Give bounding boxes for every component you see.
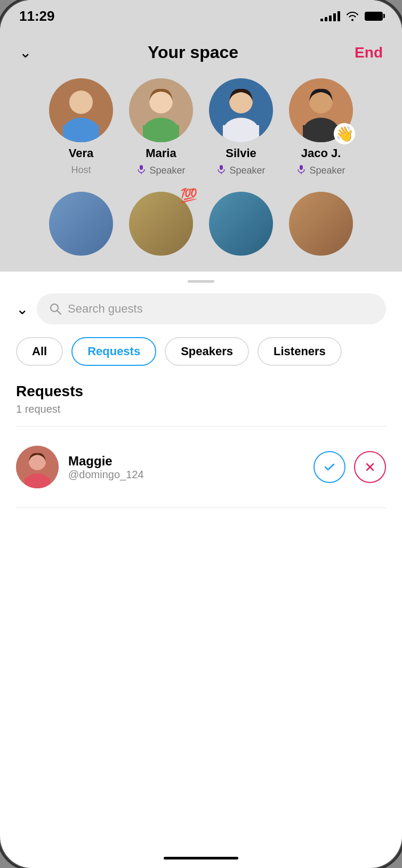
space-area: ⌄ Your space End Vera (0, 32, 402, 272)
speaker-role-silvie: Speaker (216, 165, 265, 177)
mic-icon-jaco (296, 165, 306, 177)
speaker-name-maria: Maria (146, 146, 176, 160)
requests-title: Requests (16, 383, 386, 400)
svg-line-23 (58, 311, 61, 315)
svg-rect-20 (300, 165, 303, 170)
status-time: 11:29 (19, 8, 55, 24)
avatar-jaco: 👋 (289, 78, 353, 142)
avatar-partial-1 (49, 192, 113, 256)
signal-bars-icon (320, 11, 340, 21)
reject-request-button[interactable] (354, 451, 386, 483)
battery-icon (365, 12, 383, 21)
home-indicator (164, 857, 238, 859)
requests-divider (16, 426, 386, 427)
search-placeholder: Search guests (68, 302, 143, 316)
request-item-maggie: Maggie @domingo_124 (16, 435, 386, 499)
svg-rect-8 (140, 165, 143, 170)
speaker-role-jaco: Speaker (296, 165, 345, 177)
speaker-role-vera: Host (71, 165, 91, 176)
status-icons (320, 11, 383, 21)
speaker-name-vera: Vera (69, 146, 94, 160)
svg-rect-14 (220, 165, 223, 170)
mic-icon-maria (136, 165, 146, 177)
svg-point-1 (69, 91, 93, 114)
filter-tabs: All Requests Speakers Listeners (16, 337, 386, 366)
svg-rect-27 (25, 478, 50, 488)
end-space-button[interactable]: End (355, 44, 383, 61)
speaker-name-silvie: Silvie (226, 146, 256, 160)
wave-emoji-jaco: 👋 (334, 123, 355, 144)
tab-requests[interactable]: Requests (71, 337, 156, 366)
tab-listeners[interactable]: Listeners (258, 337, 342, 366)
request-name: Maggie (68, 454, 304, 469)
mic-icon-silvie (216, 165, 226, 177)
avatar-partial-2: 💯 (129, 192, 193, 256)
avatar-maggie (16, 446, 59, 488)
speaker-item-silvie[interactable]: Silvie Speaker (209, 78, 273, 177)
speaker-name-jaco: Jaco J. (301, 146, 341, 160)
space-header: ⌄ Your space End (19, 43, 383, 62)
request-actions (313, 451, 386, 483)
speaker-item-jaco[interactable]: 👋 Jaco J. Speaker (289, 78, 353, 177)
requests-section: Requests 1 request (16, 383, 386, 415)
bottom-sheet: ⌄ Search guests All Requests Speakers Li… (0, 272, 402, 538)
collapse-space-button[interactable]: ⌄ (19, 44, 31, 61)
speakers-row-1: Vera Host (19, 78, 383, 177)
request-handle: @domingo_124 (68, 469, 304, 481)
tab-all[interactable]: All (16, 337, 63, 366)
bottom-sheet-handle (188, 280, 214, 283)
wifi-icon (345, 11, 359, 21)
hundred-badge: 💯 (180, 187, 197, 204)
avatar-maria (129, 78, 193, 142)
svg-rect-7 (143, 125, 179, 142)
speaker-role-maria: Speaker (136, 165, 185, 177)
avatar-partial-4 (289, 192, 353, 256)
svg-rect-3 (63, 125, 99, 142)
svg-rect-13 (223, 125, 259, 142)
avatar-silvie (209, 78, 273, 142)
phone-frame: 11:29 ⌄ Your space End (0, 0, 402, 868)
request-info-maggie: Maggie @domingo_124 (68, 454, 304, 481)
speaker-item-maria[interactable]: Maria Speaker (129, 78, 193, 177)
bottom-divider (16, 507, 386, 508)
tab-speakers[interactable]: Speakers (165, 337, 249, 366)
speaker-item-vera[interactable]: Vera Host (49, 78, 113, 177)
requests-count: 1 request (16, 403, 386, 415)
speakers-row-2: 💯 (19, 192, 383, 256)
accept-request-button[interactable] (313, 451, 345, 483)
space-title: Your space (148, 43, 238, 62)
search-row: ⌄ Search guests (16, 293, 386, 324)
avatar-vera (49, 78, 113, 142)
avatar-partial-3 (209, 192, 273, 256)
status-bar: 11:29 (0, 0, 402, 32)
collapse-bottom-sheet-button[interactable]: ⌄ (16, 300, 28, 318)
search-input-container[interactable]: Search guests (37, 293, 386, 324)
